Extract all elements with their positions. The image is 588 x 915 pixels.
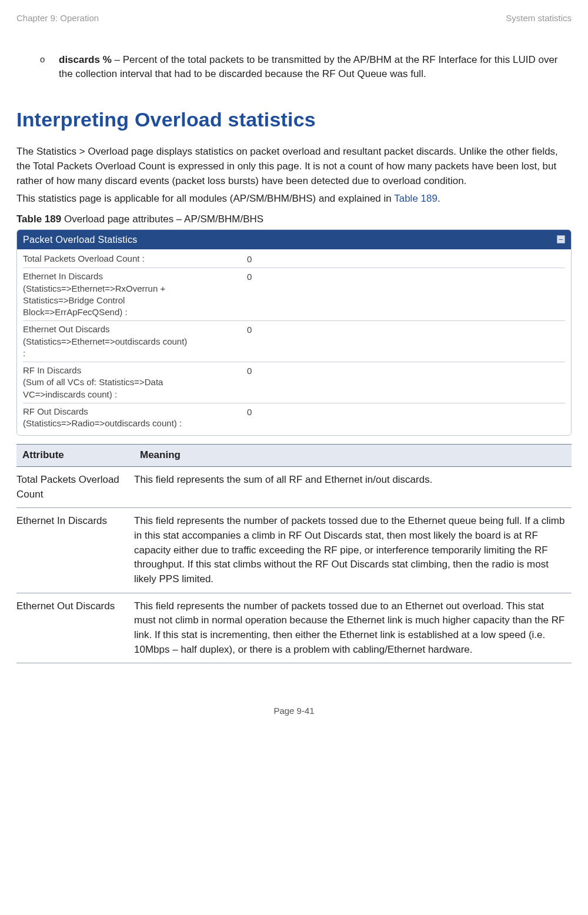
panel-row: Ethernet In Discards (Statistics=>Ethern… <box>23 268 565 321</box>
panel-row-value: 0 <box>243 271 252 283</box>
attr-cell: Total Packets Overload Count <box>16 467 134 508</box>
panel-row-value: 0 <box>243 406 252 419</box>
list-rest: – Percent of the total packets to be tra… <box>59 54 558 80</box>
panel-row-label: Total Packets Overload Count : <box>23 253 243 265</box>
table-row: Ethernet In Discards This field represen… <box>16 508 572 593</box>
th-meaning: Meaning <box>134 445 572 467</box>
panel-row-label: Ethernet Out Discards (Statistics=>Ether… <box>23 323 243 359</box>
panel-row-label: RF Out Discards (Statistics=>Radio=>outd… <box>23 406 243 430</box>
panel-row: RF Out Discards (Statistics=>Radio=>outd… <box>23 403 565 432</box>
table-row: Total Packets Overload Count This field … <box>16 467 572 508</box>
panel-header: Packet Overload Statistics − <box>17 230 571 249</box>
paragraph-2-pre: This statistics page is applicable for a… <box>16 193 394 204</box>
attribute-table: Attribute Meaning Total Packets Overload… <box>16 444 572 663</box>
panel-row: RF In Discards (Sum of all VCs of: Stati… <box>23 362 565 403</box>
panel-row-value: 0 <box>243 323 252 336</box>
list-marker: o <box>40 53 59 82</box>
table-189-link[interactable]: Table 189 <box>394 193 437 204</box>
list-bold: discards % <box>59 54 112 65</box>
table-row: Ethernet Out Discards This field represe… <box>16 593 572 663</box>
paragraph-2-post: . <box>437 193 440 204</box>
paragraph-2: This statistics page is applicable for a… <box>16 192 572 206</box>
header-left: Chapter 9: Operation <box>16 12 99 25</box>
attr-cell: Ethernet Out Discards <box>16 593 134 663</box>
page-footer: Page 9-41 <box>16 704 572 717</box>
header-right: System statistics <box>506 12 572 25</box>
meaning-cell: This field represents the number of pack… <box>134 508 572 593</box>
list-content: discards % – Percent of the total packet… <box>59 53 572 82</box>
table-caption-bold: Table 189 <box>16 213 61 225</box>
paragraph-1: The Statistics > Overload page displays … <box>16 145 572 188</box>
panel-row-label: RF In Discards (Sum of all VCs of: Stati… <box>23 365 243 400</box>
meaning-cell: This field represents the sum of all RF … <box>134 467 572 508</box>
panel-row-value: 0 <box>243 365 252 378</box>
panel-title: Packet Overload Statistics <box>23 233 138 246</box>
bullet-discards-percent: o discards % – Percent of the total pack… <box>40 53 572 82</box>
attr-cell: Ethernet In Discards <box>16 508 134 593</box>
panel-row: Total Packets Overload Count : 0 <box>23 251 565 269</box>
panel-body: Total Packets Overload Count : 0 Etherne… <box>17 249 571 436</box>
section-heading: Interpreting Overload statistics <box>16 105 572 134</box>
panel-row-value: 0 <box>243 253 252 266</box>
packet-overload-panel: Packet Overload Statistics − Total Packe… <box>16 229 572 436</box>
table-header-row: Attribute Meaning <box>16 445 572 467</box>
panel-row: Ethernet Out Discards (Statistics=>Ether… <box>23 321 565 362</box>
page-header: Chapter 9: Operation System statistics <box>16 12 572 25</box>
panel-row-label: Ethernet In Discards (Statistics=>Ethern… <box>23 271 243 318</box>
table-caption: Table 189 Overload page attributes – AP/… <box>16 212 572 227</box>
table-caption-rest: Overload page attributes – AP/SM/BHM/BHS <box>61 213 263 225</box>
collapse-icon[interactable]: − <box>557 235 565 243</box>
meaning-cell: This field represents the number of pack… <box>134 593 572 663</box>
th-attribute: Attribute <box>16 445 134 467</box>
